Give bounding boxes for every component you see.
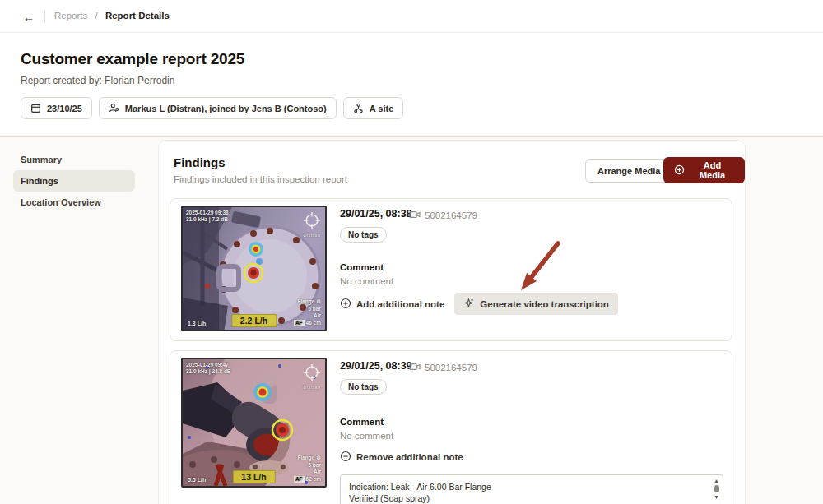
flow-rate-badge: 13 L/h [232, 470, 275, 483]
report-meta-chips: 23/10/25 Markus L (Distran), joined by J… [21, 97, 403, 119]
date-chip[interactable]: 23/10/25 [21, 97, 92, 119]
flow-secondary-label: 1.3 L/h [188, 321, 206, 326]
arrange-media-button[interactable]: Arrange Media [585, 159, 672, 183]
sidebar-item-summary[interactable]: Summary [13, 149, 135, 170]
finding-thumbnail[interactable]: 2025-01-29 09:38 31.0 kHz | 7.2 dB Distr… [181, 206, 327, 331]
device-id: 5002164579 [425, 363, 477, 372]
remove-note-label: Remove additional note [356, 452, 463, 462]
device-id-row: 5002164579 [409, 362, 477, 373]
breadcrumb-reports[interactable]: Reports [54, 11, 87, 21]
crosshair-overlay: Distran [303, 211, 321, 238]
scrollbar-thumb[interactable] [714, 485, 719, 492]
device-id: 5002164579 [425, 210, 477, 220]
add-note-button[interactable]: Add additional note [340, 298, 444, 311]
participants-icon [109, 103, 119, 113]
plus-circle-icon [340, 298, 351, 311]
generate-transcription-label: Generate video transcription [480, 299, 609, 309]
back-button[interactable]: ← [20, 7, 38, 25]
distance-label: 46 cm [306, 320, 321, 327]
finding-thumbnail[interactable]: 2025-01-29 09:47 31.0 kHz | 24.8 dB Dist… [181, 358, 327, 488]
flow-secondary-label: 5.5 L/h [188, 477, 206, 483]
finding-actions: Remove additional note [340, 451, 463, 464]
comment-label: Comment [340, 262, 384, 272]
finding-actions: Add additional note Generate video trans… [340, 293, 618, 315]
finding-timestamp: 29/01/25, 08:39 [340, 360, 412, 372]
comment-label: Comment [340, 417, 384, 427]
sidebar-item-location-overview[interactable]: Location Overview [13, 192, 135, 213]
crosshair-icon [303, 211, 321, 229]
site-icon [353, 103, 364, 113]
tags-badge[interactable]: No tags [340, 379, 387, 395]
report-sidebar: Summary Findings Location Overview [13, 149, 135, 213]
gas-label: Air [294, 469, 321, 476]
additional-note-textarea[interactable]: Indication: Leak - Air 6.00 Bar Flange V… [341, 475, 711, 504]
finding-card: 2025-01-29 09:47 31.0 kHz | 24.8 dB Dist… [170, 350, 732, 504]
sidebar-item-findings[interactable]: Findings [13, 170, 135, 192]
add-media-button[interactable]: Add Media [663, 157, 745, 183]
target-type-label: Flange [297, 298, 314, 304]
sparkle-icon [463, 298, 474, 310]
breadcrumb-current: Report Details [105, 11, 170, 21]
site-chip-label: A site [370, 104, 394, 113]
autofocus-badge: AF [294, 320, 305, 327]
autofocus-badge: AF [294, 476, 305, 483]
note-field-wrapper: Indication: Leak - Air 6.00 Bar Flange V… [340, 474, 723, 504]
topbar-divider [44, 10, 45, 23]
scroll-up-icon[interactable]: ▲ [714, 478, 719, 483]
video-camera-icon [409, 362, 421, 373]
date-chip-label: 23/10/25 [47, 104, 82, 113]
minus-circle-icon [340, 451, 351, 464]
breadcrumb-separator: / [95, 11, 97, 21]
plus-circle-icon [674, 164, 685, 177]
site-chip[interactable]: A site [343, 97, 404, 119]
thumbnail-meta-text: 2025-01-29 09:38 31.0 kHz | 7.2 dB [186, 210, 229, 223]
pressure-label: 6 bar [294, 462, 321, 469]
finding-card: 2025-01-29 09:38 31.0 kHz | 7.2 dB Distr… [170, 198, 732, 341]
generate-transcription-button[interactable]: Generate video transcription [454, 293, 618, 315]
participants-chip[interactable]: Markus L (Distran), joined by Jens B (Co… [99, 97, 337, 119]
participants-chip-label: Markus L (Distran), joined by Jens B (Co… [125, 104, 327, 113]
tags-badge[interactable]: No tags [340, 227, 387, 243]
note-scrollbar[interactable]: ▲ ▼ [711, 476, 722, 504]
video-camera-icon [409, 210, 421, 221]
breadcrumb: Reports / Report Details [54, 11, 170, 21]
crosshair-overlay: Distran [303, 363, 321, 390]
crosshair-icon [303, 363, 321, 381]
measurement-info-overlay: Flange ⚙ 6 bar Air AF62 cm [294, 455, 321, 483]
findings-panel: Findings Findings included in this inspe… [158, 140, 746, 504]
gas-label: Air [294, 312, 321, 320]
distance-label: 62 cm [306, 476, 321, 483]
comment-value: No comment [340, 276, 393, 286]
measurement-info-overlay: Flange ⚙ 6 bar Air AF46 cm [294, 298, 321, 326]
valve-icon: ⚙ [316, 455, 321, 460]
report-details-page: ← Reports / Report Details Customer exam… [0, 0, 823, 504]
add-note-label: Add additional note [356, 299, 444, 309]
camera-brand-label: Distran [303, 385, 321, 390]
thumbnail-meta-text: 2025-01-29 09:47 31.0 kHz | 24.8 dB [186, 362, 231, 375]
finding-timestamp: 29/01/25, 08:38 [340, 208, 412, 220]
valve-icon: ⚙ [316, 298, 321, 304]
comment-value: No comment [340, 431, 393, 441]
device-id-row: 5002164579 [409, 210, 477, 221]
scroll-down-icon[interactable]: ▼ [714, 494, 719, 500]
findings-section-title: Findings [174, 155, 226, 169]
flow-rate-badge: 2.2 L/h [231, 314, 277, 327]
back-arrow-icon: ← [23, 10, 35, 24]
report-created-by: Report created by: Florian Perrodin [21, 75, 174, 86]
findings-section-subtitle: Findings included in this inspection rep… [174, 174, 347, 184]
top-bar: ← Reports / Report Details [0, 0, 823, 33]
camera-brand-label: Distran [303, 233, 321, 238]
target-type-label: Flange [297, 455, 314, 460]
page-title: Customer example report 2025 [21, 50, 244, 68]
calendar-icon [30, 103, 41, 113]
remove-note-button[interactable]: Remove additional note [340, 451, 463, 464]
pressure-label: 6 bar [294, 306, 321, 313]
add-media-label: Add Media [690, 160, 734, 180]
